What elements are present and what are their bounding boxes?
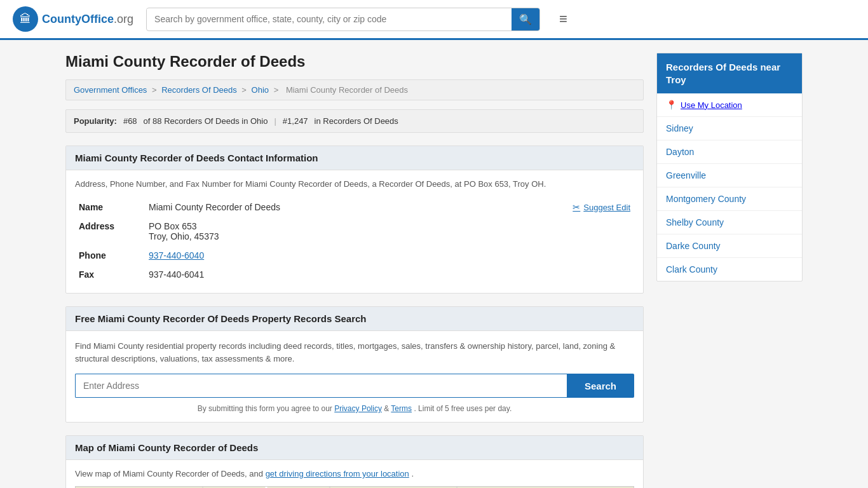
limit-notice: . Limit of 5 free uses per day.: [414, 404, 512, 413]
sidebar-item-greenville[interactable]: Greenville: [657, 164, 802, 187]
address-search-button[interactable]: Search: [567, 374, 634, 398]
suggest-edit-icon: ✂: [573, 202, 580, 212]
use-location-link[interactable]: Use My Location: [681, 100, 742, 110]
name-value-cell: Miami County Recorder of Deeds ✂ Suggest…: [145, 198, 634, 217]
use-my-location[interactable]: 📍 Use My Location: [657, 93, 802, 117]
sidebar-link-montgomery[interactable]: Montgomery County: [666, 194, 746, 204]
pop-divider: |: [274, 116, 276, 126]
address-line1: PO Box 653: [149, 221, 630, 231]
global-search-input[interactable]: [147, 9, 512, 29]
phone-value-cell: 937-440-6040: [145, 246, 634, 265]
contact-row-fax: Fax 937-440-6041: [75, 265, 634, 284]
property-search-title: Free Miami County Recorder Of Deeds Prop…: [75, 313, 366, 324]
main-container: Miami County Recorder of Deeds Governmen…: [53, 40, 815, 488]
map-description: View map of Miami County Recorder of Dee…: [75, 469, 634, 478]
terms-link[interactable]: Terms: [391, 404, 412, 413]
site-logo[interactable]: 🏛 CountyOffice.org: [13, 6, 133, 32]
contact-section-body: Address, Phone Number, and Fax Number fo…: [66, 170, 643, 293]
property-search-body: Find Miami County residential property r…: [66, 331, 643, 422]
address-value-cell: PO Box 653 Troy, Ohio, 45373: [145, 217, 634, 246]
breadcrumb-current: Miami County Recorder of Deeds: [286, 85, 408, 95]
contact-row-phone: Phone 937-440-6040: [75, 246, 634, 265]
rank-suffix: of 88 Recorders Of Deeds in Ohio: [144, 116, 268, 126]
phone-label: Phone: [75, 246, 145, 265]
rank-number: #68: [123, 116, 137, 126]
global-search-bar: 🔍: [146, 8, 540, 31]
sidebar-item-darke[interactable]: Darke County: [657, 234, 802, 258]
logo-text: CountyOffice.org: [42, 13, 133, 26]
contact-title: Miami County Recorder of Deeds Contact I…: [75, 152, 318, 163]
sidebar-link-darke[interactable]: Darke County: [666, 241, 721, 251]
breadcrumb: Government Offices > Recorders Of Deeds …: [65, 79, 644, 100]
sidebar-link-clark[interactable]: Clark County: [666, 264, 717, 274]
sidebar-title: Recorders Of Deeds near Troy: [657, 53, 802, 93]
sidebar-item-sidney[interactable]: Sidney: [657, 117, 802, 140]
hamburger-menu[interactable]: ≡: [559, 11, 567, 27]
fax-label: Fax: [75, 265, 145, 284]
sidebar-item-shelby[interactable]: Shelby County: [657, 211, 802, 234]
name-label: Name: [75, 198, 145, 217]
map-desc-text: View map of Miami County Recorder of Dee…: [75, 469, 263, 478]
map-section-header: Map of Miami County Recorder of Deeds: [66, 436, 643, 460]
property-search-description: Find Miami County residential property r…: [75, 340, 634, 365]
logo-icon: 🏛: [13, 6, 38, 32]
logo-name: CountyOffice: [42, 13, 114, 25]
form-notice: By submitting this form you agree to our…: [75, 404, 634, 413]
national-rank: #1,247: [283, 116, 308, 126]
site-header: 🏛 CountyOffice.org 🔍 ≡: [0, 0, 868, 40]
contact-table: Name Miami County Recorder of Deeds ✂ Su…: [75, 198, 634, 284]
sidebar-link-sidney[interactable]: Sidney: [666, 123, 693, 133]
directions-link[interactable]: get driving directions from your locatio…: [266, 469, 409, 478]
privacy-policy-link[interactable]: Privacy Policy: [334, 404, 382, 413]
address-search-input[interactable]: [75, 374, 567, 398]
name-value: Miami County Recorder of Deeds: [149, 202, 280, 212]
map-section-body: View map of Miami County Recorder of Dee…: [66, 460, 643, 488]
popularity-bar: Popularity: #68 of 88 Recorders Of Deeds…: [65, 109, 644, 133]
global-search-button[interactable]: 🔍: [512, 8, 539, 30]
national-suffix: in Recorders Of Deeds: [315, 116, 398, 126]
sidebar-item-clark[interactable]: Clark County: [657, 258, 802, 281]
breadcrumb-link-gov[interactable]: Government Offices: [74, 85, 147, 95]
sidebar-link-dayton[interactable]: Dayton: [666, 147, 694, 157]
suggest-edit-button[interactable]: ✂ Suggest Edit: [573, 202, 630, 212]
breadcrumb-sep-3: >: [274, 85, 281, 95]
sidebar-item-dayton[interactable]: Dayton: [657, 140, 802, 164]
address-label: Address: [75, 217, 145, 246]
sidebar-link-greenville[interactable]: Greenville: [666, 170, 706, 180]
notice-text: By submitting this form you agree to our: [198, 404, 332, 413]
phone-link[interactable]: 937-440-6040: [149, 250, 204, 261]
suggest-edit-label: Suggest Edit: [583, 203, 630, 212]
property-search-form: Search: [75, 374, 634, 398]
map-title: Map of Miami County Recorder of Deeds: [75, 442, 258, 453]
main-content: Miami County Recorder of Deeds Governmen…: [65, 53, 644, 488]
contact-section: Miami County Recorder of Deeds Contact I…: [65, 146, 644, 294]
fax-value: 937-440-6041: [145, 265, 634, 284]
sidebar-item-montgomery[interactable]: Montgomery County: [657, 187, 802, 211]
sidebar-box: Recorders Of Deeds near Troy 📍 Use My Lo…: [656, 53, 803, 281]
breadcrumb-sep-2: >: [241, 85, 248, 95]
pin-icon: 📍: [666, 100, 677, 110]
logo-suffix: .org: [114, 13, 133, 25]
contact-description: Address, Phone Number, and Fax Number fo…: [75, 179, 634, 189]
contact-row-name: Name Miami County Recorder of Deeds ✂ Su…: [75, 198, 634, 217]
page-title: Miami County Recorder of Deeds: [65, 53, 644, 71]
address-line2: Troy, Ohio, 45373: [149, 231, 630, 241]
contact-row-address: Address PO Box 653 Troy, Ohio, 45373: [75, 217, 634, 246]
property-search-section: Free Miami County Recorder Of Deeds Prop…: [65, 306, 644, 423]
breadcrumb-link-recorders[interactable]: Recorders Of Deeds: [161, 85, 237, 95]
map-section: Map of Miami County Recorder of Deeds Vi…: [65, 435, 644, 488]
breadcrumb-link-ohio[interactable]: Ohio: [252, 85, 269, 95]
directions-suffix: .: [411, 469, 414, 478]
sidebar: Recorders Of Deeds near Troy 📍 Use My Lo…: [656, 53, 803, 488]
breadcrumb-sep-1: >: [152, 85, 159, 95]
and-text: &: [384, 404, 391, 413]
contact-section-header: Miami County Recorder of Deeds Contact I…: [66, 146, 643, 170]
popularity-label: Popularity:: [74, 116, 117, 126]
sidebar-link-shelby[interactable]: Shelby County: [666, 217, 724, 227]
property-search-header: Free Miami County Recorder Of Deeds Prop…: [66, 307, 643, 331]
